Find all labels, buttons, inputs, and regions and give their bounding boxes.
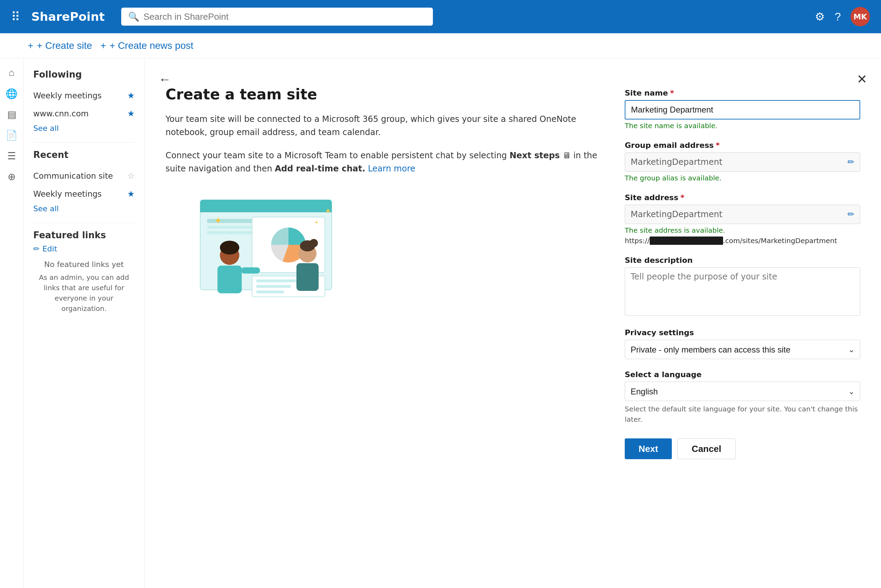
document-icon[interactable]: 📄 (3, 126, 21, 144)
svg-rect-2 (200, 208, 332, 212)
svg-rect-11 (256, 291, 284, 293)
required-indicator: * (716, 141, 720, 150)
site-description-group: Site description (625, 256, 860, 317)
language-label: Select a language (625, 370, 860, 379)
svg-rect-10 (256, 285, 291, 288)
redacted-domain: ■■■■■■■■■■■ (650, 237, 723, 245)
next-button[interactable]: Next (625, 438, 672, 459)
site-address-group: Site address * MarketingDepartment ✏ The… (625, 193, 860, 245)
list-item[interactable]: Weekly meetings ★ (33, 87, 135, 105)
recent-item-label: Communication site (33, 171, 113, 180)
list-icon[interactable]: ☰ (3, 147, 21, 165)
site-address-available: The site address is available. (625, 226, 860, 234)
recent-see-all[interactable]: See all (33, 204, 135, 213)
list-item[interactable]: Communication site ☆ (33, 167, 135, 185)
plus-icon: + (28, 40, 33, 51)
group-email-label: Group email address * (625, 141, 860, 150)
following-title: Following (33, 69, 135, 80)
required-indicator: * (670, 88, 674, 97)
globe-icon[interactable]: 🌐 (3, 84, 21, 102)
following-item-label: www.cnn.com (33, 109, 89, 118)
star-filled-icon[interactable]: ★ (127, 109, 135, 118)
edit-featured-links[interactable]: ✏ Edit (33, 244, 135, 253)
privacy-settings-group: Privacy settings Private - only members … (625, 328, 860, 359)
subnav: + + Create site + + Create news post (0, 33, 881, 58)
site-name-available: The site name is available. (625, 122, 860, 130)
search-input[interactable] (143, 11, 426, 22)
language-select[interactable]: English French German Spanish (625, 382, 860, 401)
form-actions: Next Cancel (625, 438, 860, 459)
site-name-label: Site name * (625, 88, 860, 97)
main-layout: ⌂ 🌐 ▤ 📄 ☰ ⊕ Following Weekly meetings ★ … (0, 58, 881, 588)
required-indicator: * (680, 193, 684, 202)
star-empty-icon[interactable]: ☆ (127, 171, 135, 181)
recent-item-label: Weekly meetings (33, 189, 102, 198)
svg-rect-19 (296, 263, 318, 291)
svg-rect-14 (218, 266, 242, 293)
privacy-select-wrapper: Private - only members can access this s… (625, 340, 860, 359)
svg-rect-15 (241, 267, 260, 274)
panel-illustration: ✦ ✦ ✦ (165, 189, 359, 300)
featured-links-title: Featured links (33, 230, 135, 240)
search-icon: 🔍 (128, 11, 139, 22)
group-email-field: MarketingDepartment ✏ (625, 152, 860, 172)
edit-pencil-icon[interactable]: ✏ (847, 210, 854, 219)
group-email-value: MarketingDepartment (630, 157, 722, 167)
group-email-group: Group email address * MarketingDepartmen… (625, 141, 860, 182)
avatar[interactable]: MK (851, 7, 870, 26)
site-name-input[interactable] (625, 100, 860, 120)
no-links-desc: As an admin, you can add links that are … (33, 272, 135, 314)
edit-label: Edit (42, 244, 57, 253)
list-item[interactable]: Weekly meetings ★ (33, 185, 135, 203)
topbar: ⠿ SharePoint 🔍 ⚙ ? MK (0, 0, 881, 33)
news-icon[interactable]: ▤ (3, 105, 21, 123)
back-button[interactable]: ← (159, 72, 171, 87)
following-item-label: Weekly meetings (33, 91, 102, 100)
panel-description-1: Your team site will be connected to a Mi… (165, 112, 611, 139)
create-news-label: + Create news post (110, 40, 193, 51)
svg-text:✦: ✦ (214, 215, 222, 226)
help-button[interactable]: ? (834, 10, 841, 23)
site-address-field: MarketingDepartment ✏ (625, 205, 860, 224)
site-address-url: https://■■■■■■■■■■■.com/sites/MarketingD… (625, 237, 860, 245)
privacy-select[interactable]: Private - only members can access this s… (625, 340, 860, 359)
svg-point-13 (220, 241, 239, 255)
list-item[interactable]: www.cnn.com ★ (33, 105, 135, 123)
panel-left: Create a team site Your team site will b… (165, 86, 625, 567)
plus-news-icon: + (101, 40, 106, 51)
no-links-title: No featured links yet (33, 260, 135, 269)
add-circle-icon[interactable]: ⊕ (3, 168, 21, 186)
site-description-label: Site description (625, 256, 860, 265)
waffle-icon[interactable]: ⠿ (11, 10, 20, 24)
star-filled-icon[interactable]: ★ (127, 91, 135, 100)
language-group: Select a language English French German … (625, 370, 860, 424)
create-site-button[interactable]: + + Create site (28, 33, 101, 58)
center-panel: ← ✕ Create a team site Your team site wi… (145, 58, 881, 588)
site-name-group: Site name * The site name is available. (625, 88, 860, 130)
search-bar: 🔍 (121, 8, 433, 26)
no-links-container: No featured links yet As an admin, you c… (33, 260, 135, 314)
site-address-label: Site address * (625, 193, 860, 202)
learn-more-link[interactable]: Learn more (368, 164, 415, 174)
site-address-value: MarketingDepartment (630, 210, 722, 219)
following-see-all[interactable]: See all (33, 124, 135, 133)
sharepoint-logo: SharePoint (31, 10, 105, 24)
language-hint: Select the default site language for you… (625, 404, 860, 424)
home-icon[interactable]: ⌂ (3, 64, 21, 82)
settings-button[interactable]: ⚙ (815, 10, 825, 23)
create-site-label: + Create site (37, 40, 92, 51)
edit-pencil-icon[interactable]: ✏ (847, 157, 854, 167)
svg-text:✦: ✦ (325, 207, 331, 215)
svg-text:✦: ✦ (314, 219, 318, 225)
panel-description-2: Connect your team site to a Microsoft Te… (165, 149, 611, 176)
star-filled-icon[interactable]: ★ (127, 189, 135, 199)
site-description-input[interactable] (625, 267, 860, 316)
panel-title: Create a team site (165, 86, 611, 103)
left-sidebar: Following Weekly meetings ★ www.cnn.com … (24, 58, 145, 588)
privacy-settings-label: Privacy settings (625, 328, 860, 337)
create-news-button[interactable]: + + Create news post (101, 33, 201, 58)
language-select-wrapper: English French German Spanish ⌄ (625, 382, 860, 401)
cancel-button[interactable]: Cancel (677, 438, 735, 459)
close-button[interactable]: ✕ (857, 72, 867, 87)
svg-point-18 (309, 239, 318, 247)
